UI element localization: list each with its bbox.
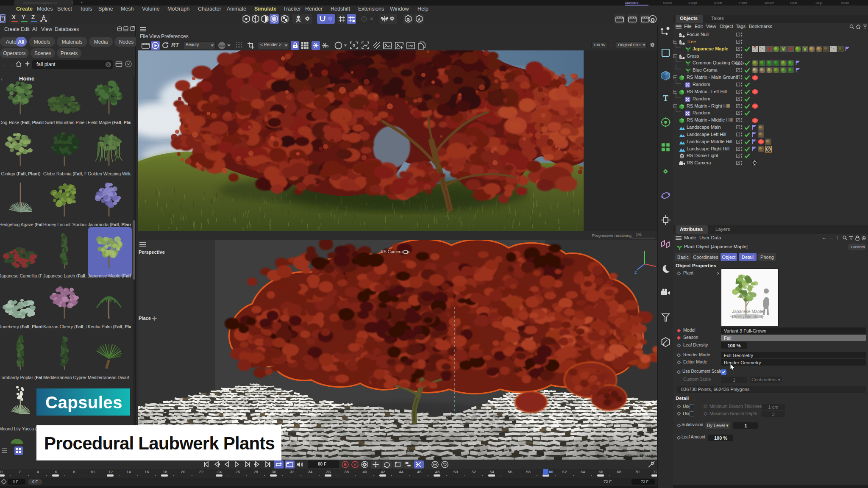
svg-text:⚙: ⚙ [406,17,410,22]
svg-text:(Acer palmatum): (Acer palmatum) [732,314,763,319]
svg-text:RGB: RGB [219,44,225,47]
svg-text:PV: PV [409,44,413,48]
svg-text:Z: Z [634,270,637,274]
svg-text:A: A [353,463,356,467]
svg-text:Japanese Maple: Japanese Maple [732,309,763,314]
svg-text:T: T [663,94,668,103]
svg-text:A: A [418,17,421,22]
